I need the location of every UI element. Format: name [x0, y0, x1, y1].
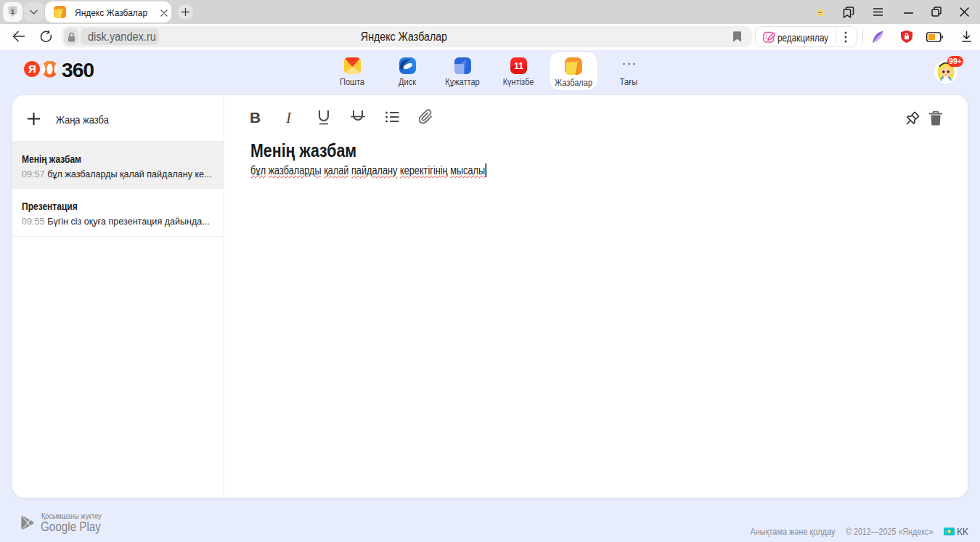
- svg-text:Я: Я: [28, 62, 36, 75]
- svg-text:360: 360: [62, 61, 94, 81]
- svg-text:I: I: [285, 110, 292, 125]
- svg-text:B: B: [250, 110, 261, 125]
- svg-text:1: 1: [11, 7, 15, 15]
- svg-text:11: 11: [513, 61, 523, 71]
